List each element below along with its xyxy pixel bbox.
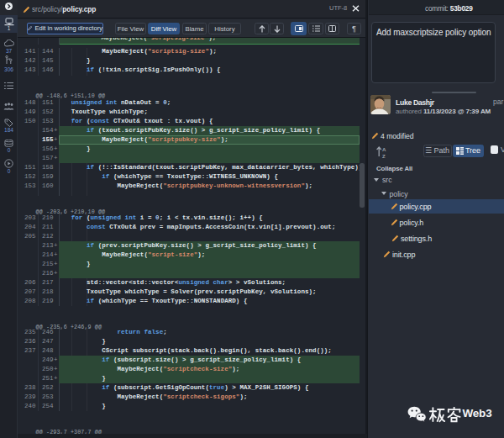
svg-text:Z: Z (382, 152, 386, 157)
svg-text:A: A (382, 146, 386, 152)
